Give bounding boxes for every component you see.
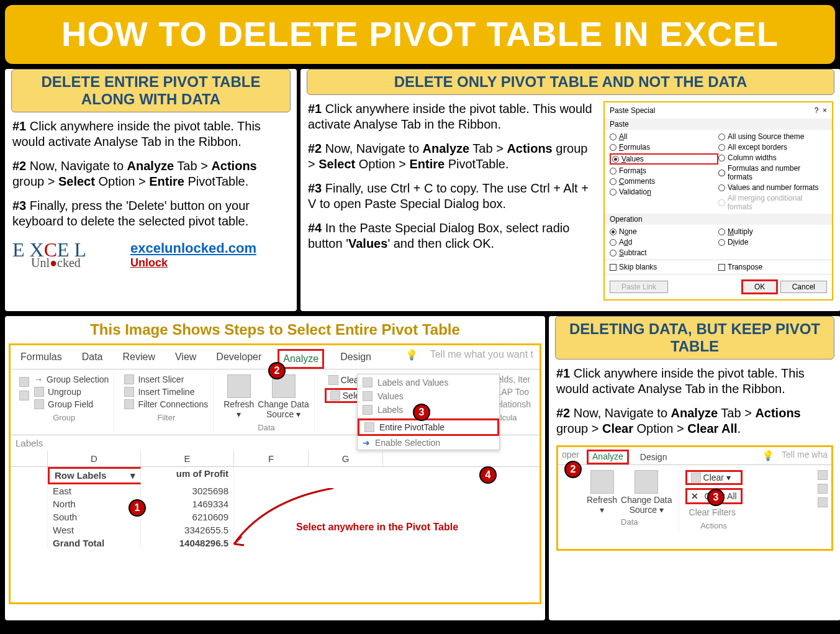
step-3: #3 Finally, use Ctrl + C to copy. The us… [308,181,596,212]
panel-ribbon-steps: This Image Shows Steps to Select Entire … [5,316,545,620]
side-icon [818,497,828,507]
radio-none[interactable]: None [610,227,718,236]
refresh-icon[interactable] [227,374,251,398]
sum-profit-header: um of Profit [141,467,234,484]
step-1: #1 Click anywhere inside the pivot table… [308,101,596,132]
dd-entire-pivottable[interactable]: Entire PivotTable [358,419,499,436]
radio-except-borders[interactable]: All except borders [718,143,827,152]
tab-developer[interactable]: Developer [212,349,265,369]
excel-ribbon: Formulas Data Review View Developer Anal… [9,343,541,604]
step-3: #3 Finally, press the 'Delete' button on… [12,198,289,229]
radio-formats[interactable]: Formats [610,166,718,175]
col-header-d[interactable]: D [48,451,141,466]
mini-clear-button[interactable]: Clear ▾ [685,470,743,485]
lightbulb-icon: 💡 [405,349,418,369]
mini-tab-design[interactable]: Design [636,450,671,464]
dd-values[interactable]: Values [358,389,499,403]
heading-delete-entire: DELETE ENTIRE PIVOT TABLE ALONG WITH DAT… [11,69,291,112]
tab-design[interactable]: Design [336,349,375,369]
marker-3: 3 [413,404,430,421]
col-header-g[interactable]: G [309,451,383,466]
radio-column-widths[interactable]: Column widths [718,153,827,162]
brand-logo: E XCE L Unl●cked [12,238,118,272]
callout-text: Select anywhere in the Pivot Table [296,521,458,533]
insert-timeline[interactable]: Insert Timeline [124,387,208,397]
page-title: HOW TO DELETE PIVOT TABLE IN EXCEL [5,5,835,64]
dialog-title: Paste Special [610,106,655,115]
radio-source-theme[interactable]: All using Source theme [718,132,827,141]
filter-connections[interactable]: Filter Connections [124,399,208,409]
group-field[interactable]: Group Field [34,399,109,409]
step-num: #2 [12,159,26,173]
step-4: #4 In the Paste Special Dialog Box, sele… [308,220,596,251]
step-2: #2 Now, Navigate to Analyze Tab > Action… [556,405,833,437]
cancel-button[interactable]: Cancel [780,281,827,293]
radio-subtract[interactable]: Subtract [610,248,718,257]
table-row: South6210609 [11,510,540,523]
tab-analyze[interactable]: Analyze [278,349,324,369]
radio-values[interactable]: Values [610,153,718,165]
heading-keep-pivot: DELETING DATA, BUT KEEP PIVOT TABLE [555,316,834,360]
mini-tab-analyze[interactable]: Analyze [587,450,629,464]
step-1: #1 Click anywhere inside the pivot table… [12,119,289,150]
step-text: Finally, press the 'Delete' button on yo… [12,199,250,228]
group-data: Refresh▾ Change DataSource ▾ Data [219,374,315,432]
marker-4: 4 [479,466,497,484]
mini-ribbon: oper Analyze Design 💡 Tell me wha 2 Refr… [556,445,833,551]
operation-section: Operation [605,214,832,225]
mini-marker-2: 2 [564,461,582,478]
pivot-header-row: Row Labels▾ um of Profit [11,467,540,484]
lightbulb-icon: 💡 [762,450,774,464]
radio-values-formats[interactable]: Values and number formats [718,183,827,192]
mini-change-data-icon[interactable] [635,470,658,494]
ok-button[interactable]: OK [741,279,778,294]
heading-delete-keep-data: DELETE ONLY PIVOT TABLE AND NOT THE DATA [307,69,834,95]
radio-comments[interactable]: Comments [610,177,718,186]
check-transpose[interactable]: Transpose [718,263,827,271]
check-skip-blanks[interactable]: Skip blanks [610,263,718,271]
col-header-e[interactable]: E [141,451,234,466]
tab-review[interactable]: Review [119,349,158,369]
dialog-controls: ? × [815,106,827,115]
panel-delete-entire: DELETE ENTIRE PIVOT TABLE ALONG WITH DAT… [5,69,297,311]
dd-enable-selection[interactable]: ➜Enable Selection [358,436,499,450]
group-filter: Insert Slicer Insert Timeline Filter Con… [119,374,214,432]
brand-unlock: Unlock [130,256,168,269]
marker-1: 1 [129,499,146,517]
table-row: North1469334 [11,497,540,510]
group-selection[interactable]: → Group Selection [34,374,109,384]
radio-all[interactable]: All [610,132,718,141]
tab-view[interactable]: View [171,349,200,369]
ungroup-icon [19,391,29,401]
tab-data[interactable]: Data [78,349,107,369]
col-header-f[interactable]: F [234,451,309,466]
worksheet: D E F G Row Labels▾ um of Profit East302… [11,451,540,550]
side-icon [818,470,828,480]
step-text: Click anywhere inside the pivot table. T… [12,119,261,148]
dd-labels-values[interactable]: Labels and Values [358,376,499,389]
step-2: #2 Now, Navigate to Analyze Tab > Action… [12,158,289,189]
mini-clear-filters[interactable]: Clear Filters [685,506,743,519]
radio-formulas[interactable]: Formulas [610,143,718,152]
brand-link[interactable]: excelunlocked.com [130,240,256,256]
paste-link-button: Paste Link [610,281,668,293]
mini-tell-me[interactable]: Tell me wha [782,450,828,464]
radio-multiply[interactable]: Multiply [718,227,827,236]
radio-add[interactable]: Add [610,238,718,247]
group-group: → Group Selection Ungroup Group Field Gr… [14,374,114,432]
group-selection-icon [19,377,29,387]
tab-formulas[interactable]: Formulas [17,349,66,369]
ribbon-caption: This Image Shows Steps to Select Entire … [9,321,541,338]
step-1: #1 Click anywhere inside the pivot table… [556,366,833,397]
panel-delete-data-keep-pivot: DELETING DATA, BUT KEEP PIVOT TABLE #1 C… [549,316,840,620]
radio-validation[interactable]: Validation [610,188,718,196]
insert-slicer[interactable]: Insert Slicer [124,374,208,384]
mini-refresh-icon[interactable] [590,470,614,494]
paste-special-dialog: Paste Special ? × Paste All Formulas Val… [603,101,833,301]
radio-formulas-formats[interactable]: Formulas and number formats [718,164,827,181]
radio-divide[interactable]: Divide [718,238,827,247]
tell-me[interactable]: Tell me what you want t [430,349,533,369]
radio-merging-cond: All merging conditional formats [718,194,827,211]
ungroup[interactable]: Ungroup [34,387,109,397]
row-labels-header[interactable]: Row Labels▾ [48,467,141,484]
